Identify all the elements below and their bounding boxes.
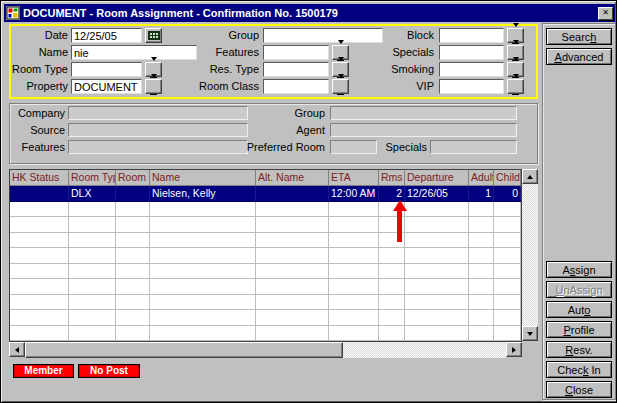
features-label: Features xyxy=(151,45,259,60)
table-row-empty[interactable] xyxy=(10,326,521,342)
room-class-label: Room Class xyxy=(151,79,259,94)
table-row-empty[interactable] xyxy=(10,264,521,280)
empty-cell xyxy=(405,264,469,279)
scroll-left-button[interactable] xyxy=(9,342,25,357)
vip-input[interactable] xyxy=(439,79,504,94)
annotation-arrow-up xyxy=(392,200,407,243)
empty-cell xyxy=(494,326,521,341)
table-row-empty[interactable] xyxy=(10,279,521,295)
date-label: Date xyxy=(11,28,68,43)
empty-cell xyxy=(150,295,256,310)
table-row-empty[interactable] xyxy=(10,295,521,311)
empty-cell xyxy=(69,233,116,248)
empty-cell xyxy=(494,248,521,263)
name-label: Name xyxy=(11,45,68,60)
vertical-scroll-track[interactable] xyxy=(522,184,538,326)
arrow-head xyxy=(393,200,407,211)
table-row-selected[interactable]: DLX Nielsen, Kelly 12:00 AM 2 12/26/05 1… xyxy=(10,186,521,202)
property-input[interactable] xyxy=(71,79,142,94)
unassign-button[interactable]: UnAssign xyxy=(546,281,612,298)
col-header-child: Child xyxy=(494,170,521,185)
features-field xyxy=(68,140,248,154)
horizontal-scroll-thumb[interactable] xyxy=(25,342,343,358)
scroll-right-button[interactable] xyxy=(506,342,522,357)
empty-cell xyxy=(494,279,521,294)
empty-cell xyxy=(150,217,256,232)
check-in-button[interactable]: Check In xyxy=(546,361,612,378)
cell-hk-status xyxy=(10,186,69,201)
room-type-input[interactable] xyxy=(71,62,142,77)
table-row-empty[interactable] xyxy=(10,310,521,326)
empty-cell xyxy=(256,326,329,341)
empty-cell xyxy=(69,264,116,279)
empty-cell xyxy=(405,202,469,217)
col-header-room: Room xyxy=(116,170,150,185)
cell-name: Nielsen, Kelly xyxy=(150,186,256,201)
close-action-button[interactable]: Close xyxy=(546,381,612,398)
scroll-down-button[interactable] xyxy=(522,326,538,341)
empty-cell xyxy=(116,248,150,263)
room-class-input[interactable] xyxy=(263,79,329,94)
empty-cell xyxy=(10,279,69,294)
res-type-input[interactable] xyxy=(263,62,329,77)
block-input[interactable] xyxy=(439,28,504,43)
table-row-empty[interactable] xyxy=(10,202,521,218)
assign-button[interactable]: Assign xyxy=(546,261,612,278)
empty-cell xyxy=(116,295,150,310)
vip-lov-button[interactable] xyxy=(507,79,524,94)
empty-cell xyxy=(10,233,69,248)
company-field xyxy=(68,106,248,120)
vip-label: VIP xyxy=(349,79,434,94)
empty-cell xyxy=(469,233,494,248)
reservation-info-panel: Company Source Features Group Agent Pref… xyxy=(9,103,538,164)
smoking-label: Smoking xyxy=(349,62,434,77)
close-button[interactable]: ✕ xyxy=(598,7,613,20)
table-row-empty[interactable] xyxy=(10,217,521,233)
auto-button[interactable]: Auto xyxy=(546,301,612,318)
empty-cell xyxy=(10,248,69,263)
block-label: Block xyxy=(349,28,434,43)
col-header-eta: ETA xyxy=(329,170,379,185)
empty-cell xyxy=(469,202,494,217)
empty-cell xyxy=(379,310,405,325)
search-button[interactable]: Search xyxy=(546,28,612,45)
vertical-scrollbar[interactable] xyxy=(522,169,538,341)
empty-cell xyxy=(405,217,469,232)
table-row-empty[interactable] xyxy=(10,248,521,264)
room-class-lov-button[interactable] xyxy=(332,79,349,94)
profile-button[interactable]: Profile xyxy=(546,321,612,338)
empty-cell xyxy=(469,326,494,341)
empty-cell xyxy=(379,264,405,279)
empty-cell xyxy=(69,217,116,232)
col-header-rms: Rms xyxy=(379,170,405,185)
smoking-input[interactable] xyxy=(439,62,504,77)
title-bar[interactable]: DOCUMENT - Room Assignment - Confirmatio… xyxy=(4,4,615,22)
horizontal-scrollbar[interactable] xyxy=(9,342,522,358)
empty-cell xyxy=(10,217,69,232)
empty-cell xyxy=(329,217,379,232)
right-arrow-icon xyxy=(512,347,516,353)
date-input[interactable] xyxy=(71,28,142,43)
source-label: Source xyxy=(10,123,65,138)
empty-cell xyxy=(469,279,494,294)
company-label: Company xyxy=(10,106,65,121)
empty-cell xyxy=(379,248,405,263)
empty-cell xyxy=(10,295,69,310)
horizontal-scroll-track[interactable] xyxy=(343,342,506,358)
features-input[interactable] xyxy=(263,45,329,60)
resv-button[interactable]: Resv. xyxy=(546,341,612,358)
group-field xyxy=(330,106,517,120)
empty-cell xyxy=(329,202,379,217)
table-row-empty[interactable] xyxy=(10,233,521,249)
specials-input[interactable] xyxy=(439,45,504,60)
empty-cell xyxy=(256,310,329,325)
advanced-button[interactable]: Advanced xyxy=(546,48,612,65)
cell-departure: 12/26/05 xyxy=(405,186,469,201)
scroll-up-button[interactable] xyxy=(522,169,538,184)
table-header-row: HK Status Room Type Room Name Alt. Name … xyxy=(10,170,521,186)
empty-cell xyxy=(10,264,69,279)
empty-cell xyxy=(150,248,256,263)
reservations-table: HK Status Room Type Room Name Alt. Name … xyxy=(9,169,522,342)
agent-field xyxy=(330,123,517,137)
empty-cell xyxy=(469,264,494,279)
